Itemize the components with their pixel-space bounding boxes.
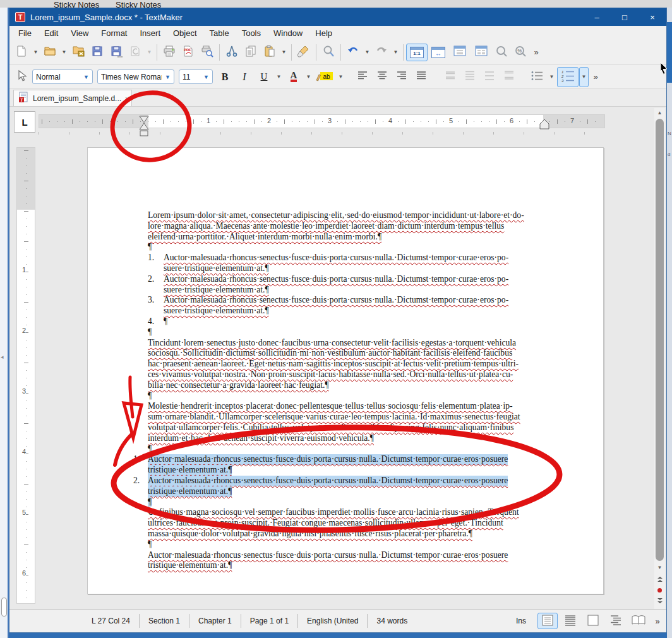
zoom-percent-button[interactable]: %	[511, 44, 530, 61]
line-spacing-1-button[interactable]	[441, 68, 460, 86]
versions-button[interactable]	[126, 44, 145, 61]
list-line: suere·tristique·elementum·at.¶	[148, 306, 547, 316]
zoom-button[interactable]	[492, 44, 511, 61]
line-spacing-15-button[interactable]	[460, 68, 479, 86]
menu-item-insert[interactable]: Insert	[133, 27, 167, 39]
next-page-button[interactable]	[654, 596, 665, 606]
font-size-combo[interactable]: 11▼	[179, 69, 213, 84]
scrollbar-thumb[interactable]	[656, 119, 664, 561]
maximize-button[interactable]: □	[611, 8, 639, 26]
status-chapter[interactable]: Chapter 1	[189, 617, 241, 625]
format-toolbar-overflow-button[interactable]: »	[589, 71, 602, 82]
right-indent-marker[interactable]	[539, 118, 549, 129]
vertical-ruler[interactable]: 123456	[16, 147, 35, 604]
panel-collapse-icon[interactable]: ◂	[1, 354, 4, 360]
object-mode-button[interactable]	[13, 68, 30, 86]
document-tab[interactable]: T Lorem_ipsum_Sample.d... ×	[13, 90, 132, 106]
menu-item-table[interactable]: Table	[203, 27, 236, 39]
undo-dropdown[interactable]: ▼	[363, 44, 372, 61]
menu-item-view[interactable]: View	[64, 27, 95, 39]
list-number	[133, 486, 148, 497]
find-button[interactable]	[319, 44, 338, 61]
page[interactable]: Lorem·ipsum·dolor·sit·amet,·consectetur·…	[87, 147, 604, 594]
paste-dropdown[interactable]: ▼	[279, 44, 289, 61]
style-combo[interactable]: Normal▼	[32, 69, 93, 84]
new-document-button[interactable]	[12, 44, 31, 61]
cut-button[interactable]	[222, 44, 241, 61]
tab-stop-selector[interactable]: L	[14, 111, 35, 133]
redo-dropdown[interactable]: ▼	[391, 44, 400, 61]
page-view-button[interactable]	[449, 44, 471, 61]
format-paintbrush-button[interactable]	[294, 44, 313, 61]
status-continuous-view-button[interactable]	[560, 613, 580, 629]
new-document-dropdown[interactable]: ▼	[31, 44, 40, 61]
menu-item-tools[interactable]: Tools	[236, 27, 267, 39]
align-center-button[interactable]	[373, 68, 392, 86]
status-book-view-button[interactable]	[628, 613, 649, 629]
font-combo[interactable]: Times New Romar▼	[97, 69, 174, 84]
scissors-icon	[225, 45, 238, 59]
line-spacing-2-button[interactable]	[480, 68, 499, 86]
pdf-icon	[182, 45, 195, 59]
close-button[interactable]: ×	[639, 8, 666, 26]
italic-button[interactable]: I	[235, 68, 254, 86]
menu-item-format[interactable]: Format	[95, 27, 133, 39]
toolbar-overflow-button[interactable]: »	[530, 47, 543, 57]
tab-close-icon[interactable]: ×	[125, 95, 129, 102]
copy-button[interactable]	[241, 44, 260, 61]
numbering-button[interactable]: 123	[557, 67, 579, 87]
highlight-dropdown[interactable]: ▼	[336, 68, 345, 86]
status-position[interactable]: L 27 Col 24	[83, 617, 139, 625]
indent-marker[interactable]	[139, 115, 149, 136]
print-preview-button[interactable]	[198, 44, 217, 61]
zoom-100-button[interactable]: 1:1	[406, 44, 428, 61]
versions-dropdown[interactable]: ▼	[145, 44, 154, 61]
open-button[interactable]	[40, 44, 59, 61]
multi-page-view-button[interactable]	[471, 44, 492, 61]
status-language[interactable]: English (United	[298, 617, 367, 625]
status-overflow-button[interactable]: »	[651, 616, 664, 627]
menu-item-file[interactable]: File	[12, 27, 38, 39]
export-pdf-button[interactable]: PDF	[179, 44, 198, 61]
status-page-view-button[interactable]	[537, 613, 558, 629]
status-section[interactable]: Section 1	[140, 617, 189, 625]
underline-button[interactable]: U	[255, 68, 273, 86]
font-color-button[interactable]: A	[284, 68, 303, 86]
scroll-down-icon[interactable]: ▼	[654, 563, 665, 572]
font-color-dropdown[interactable]: ▼	[304, 68, 313, 86]
status-object-view-button[interactable]	[583, 613, 603, 629]
paste-button[interactable]	[260, 44, 279, 61]
scroll-up-icon[interactable]: ▲	[654, 108, 665, 117]
menu-item-edit[interactable]: Edit	[38, 27, 64, 39]
align-right-button[interactable]	[392, 68, 411, 86]
print-button[interactable]	[160, 44, 179, 61]
save-button[interactable]	[88, 44, 107, 61]
insert-mode-indicator[interactable]: Ins	[507, 617, 535, 625]
bold-button[interactable]: B	[215, 68, 234, 86]
browse-object-button[interactable]	[654, 585, 665, 595]
status-page[interactable]: Page 1 of 1	[241, 617, 297, 625]
redo-button[interactable]	[372, 44, 391, 61]
numbering-dropdown[interactable]: ▼	[579, 67, 589, 87]
previous-page-button[interactable]	[654, 574, 665, 584]
status-outline-view-button[interactable]	[606, 613, 626, 629]
bullets-dropdown[interactable]: ▼	[547, 68, 556, 86]
paragraph-spacing-button[interactable]	[500, 68, 519, 86]
menu-item-window[interactable]: Window	[267, 27, 309, 39]
save-all-button[interactable]	[107, 44, 126, 61]
highlight-button[interactable]: ab	[314, 68, 335, 86]
horizontal-ruler[interactable]: 1234567	[39, 114, 605, 128]
close-file-button[interactable]	[69, 44, 88, 61]
vertical-scrollbar[interactable]: ▲ ▼	[654, 108, 665, 609]
fit-width-button[interactable]: ↔	[428, 44, 449, 61]
minimize-button[interactable]: –	[583, 8, 611, 26]
undo-button[interactable]	[344, 44, 363, 61]
underline-dropdown[interactable]: ▼	[274, 68, 284, 86]
open-dropdown[interactable]: ▼	[59, 44, 69, 61]
justify-button[interactable]	[412, 68, 431, 86]
align-left-button[interactable]	[353, 68, 372, 86]
menu-item-object[interactable]: Object	[167, 27, 203, 39]
status-words[interactable]: 34 words	[368, 617, 416, 625]
bullets-button[interactable]	[527, 68, 546, 86]
menu-item-help[interactable]: Help	[309, 27, 339, 39]
